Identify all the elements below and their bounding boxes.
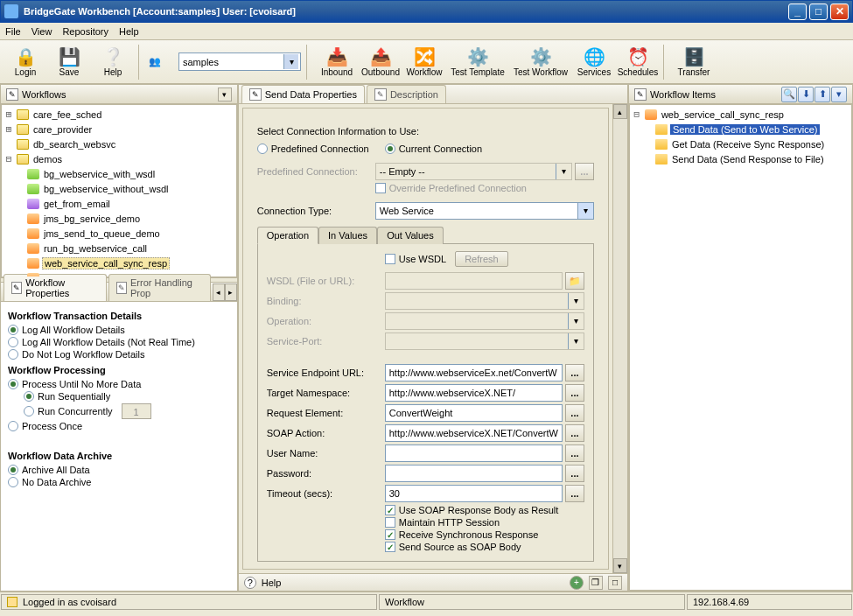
- password-input[interactable]: [385, 465, 563, 482]
- lock-icon: 🔒: [14, 46, 37, 67]
- tree-folder-demos[interactable]: ⊟demos: [3, 151, 234, 166]
- timeout-browse-button[interactable]: ...: [565, 485, 584, 502]
- workflows-tree[interactable]: ⊞care_fee_sched ⊞care_provider db_search…: [1, 104, 237, 277]
- radio-run-conc[interactable]: Run Concurrently1: [24, 403, 230, 419]
- targetns-browse-button[interactable]: ...: [565, 384, 584, 402]
- workflow-items-tree[interactable]: ⊟web_service_call_sync_resp Send Data (S…: [629, 104, 852, 591]
- checkbox-icon: [385, 505, 395, 515]
- radio-log-all[interactable]: Log All Workflow Details: [8, 325, 230, 335]
- scroll-up-icon[interactable]: ▴: [613, 104, 627, 119]
- tree-item[interactable]: get_from_email: [3, 196, 234, 211]
- recv-sync-check[interactable]: Receive Synchronous Response: [385, 529, 584, 540]
- login-button[interactable]: 🔒Login: [5, 43, 45, 81]
- concurrency-value[interactable]: 1: [122, 403, 151, 419]
- use-soap-body-check[interactable]: Use SOAP Response Body as Result: [385, 505, 584, 515]
- radio-run-seq[interactable]: Run Sequentially: [24, 391, 230, 402]
- separator: [663, 45, 668, 80]
- tree-folder[interactable]: ⊞care_fee_sched: [3, 107, 234, 122]
- radio-predefined-conn[interactable]: Predefined Connection: [257, 144, 369, 154]
- maximize-button[interactable]: □: [809, 4, 828, 20]
- compose-icon[interactable]: ✎: [6, 88, 18, 101]
- down-icon[interactable]: ⬇: [798, 87, 814, 102]
- outbound-icon: 📤: [369, 46, 392, 67]
- schedules-button[interactable]: ⏰Schedules: [618, 43, 658, 81]
- send-source-check[interactable]: Send Source as SOAP Body: [385, 542, 584, 552]
- menu-repository[interactable]: Repository: [62, 26, 108, 37]
- radio-archive-all[interactable]: Archive All Data: [8, 465, 230, 475]
- radio-current-conn[interactable]: Current Connection: [385, 144, 482, 154]
- endpoint-browse-button[interactable]: ...: [565, 364, 584, 382]
- use-wsdl-check[interactable]: Use WSDL: [385, 254, 446, 264]
- add-icon[interactable]: +: [570, 576, 584, 590]
- wf-item[interactable]: Get Data (Receive Sync Response): [632, 136, 850, 151]
- tree-item[interactable]: jms_send_to_queue_demo: [3, 226, 234, 241]
- menu-help[interactable]: Help: [119, 26, 139, 37]
- panel-menu-button[interactable]: ▾: [218, 88, 232, 102]
- soapaction-input[interactable]: http://www.webserviceX.NET/ConvertW: [385, 424, 563, 442]
- tab-out-values[interactable]: Out Values: [377, 227, 444, 244]
- tab-in-values[interactable]: In Values: [318, 227, 377, 244]
- outbound-button[interactable]: 📤Outbound: [360, 43, 401, 81]
- tree-folder[interactable]: ⊞care_provider: [3, 122, 234, 136]
- timeout-input[interactable]: 30: [385, 485, 563, 502]
- radio-no-archive[interactable]: No Data Archive: [8, 477, 230, 487]
- radio-until-no-more[interactable]: Process Until No More Data: [8, 379, 230, 389]
- tab-operation[interactable]: Operation: [257, 227, 318, 244]
- compose-icon: ✎: [634, 88, 647, 101]
- test-workflow-button[interactable]: ⚙️Test Workflow: [511, 43, 570, 81]
- save-button[interactable]: 💾Save: [49, 43, 89, 81]
- tab-workflow-properties[interactable]: ✎Workflow Properties: [3, 274, 107, 301]
- transfer-button[interactable]: 🗄️Transfer: [674, 43, 714, 81]
- account-combo[interactable]: samples: [178, 52, 301, 71]
- endpoint-input[interactable]: http://www.webserviceEx.net/ConvertW: [385, 364, 563, 382]
- tree-item[interactable]: bg_webservice_with_wsdl: [3, 166, 234, 181]
- wf-item[interactable]: Send Data (Send Response to File): [632, 151, 850, 166]
- tree-item[interactable]: jms_bg_service_demo: [3, 211, 234, 226]
- tree-item-selected[interactable]: web_service_call_sync_resp: [3, 256, 234, 270]
- radio-no-log[interactable]: Do Not Log Workflow Details: [8, 349, 230, 360]
- help-label[interactable]: Help: [262, 578, 282, 588]
- tree-item[interactable]: bg_webservice_without_wsdl: [3, 181, 234, 196]
- tab-scroll-left[interactable]: ◂: [213, 284, 225, 301]
- radio-log-nrt[interactable]: Log All Workflow Details (Not Real Time): [8, 337, 230, 347]
- scroll-down-icon[interactable]: ▾: [613, 558, 627, 573]
- minimize-button[interactable]: _: [788, 4, 807, 20]
- transfer-icon: 🗄️: [682, 46, 705, 67]
- clock-icon: ⏰: [626, 46, 649, 67]
- reqelem-input[interactable]: ConvertWeight: [385, 404, 563, 422]
- tab-description[interactable]: ✎Description: [367, 85, 446, 103]
- targetns-input[interactable]: http://www.webserviceX.NET/: [385, 384, 563, 402]
- find-icon[interactable]: 🔍: [781, 87, 797, 102]
- up-icon[interactable]: ⬆: [815, 87, 830, 102]
- help-button[interactable]: ❔Help: [93, 43, 133, 81]
- menu-view[interactable]: View: [31, 26, 52, 37]
- password-browse-button[interactable]: ...: [565, 465, 584, 482]
- maximize-panel-icon[interactable]: □: [608, 576, 622, 590]
- conn-type-select[interactable]: Web Service: [375, 202, 594, 220]
- wf-root[interactable]: ⊟web_service_call_sync_resp: [632, 107, 850, 122]
- tab-send-data-properties[interactable]: ✎Send Data Properties: [241, 85, 365, 103]
- tab-error-handling[interactable]: ✎Error Handling Prop: [108, 274, 211, 301]
- statusbar: Logged in as cvoisard Workflow 192.168.4…: [0, 592, 853, 611]
- username-input[interactable]: [385, 444, 563, 462]
- username-browse-button[interactable]: ...: [565, 444, 584, 462]
- soapaction-browse-button[interactable]: ...: [565, 424, 584, 442]
- tree-item[interactable]: run_bg_webservice_call: [3, 241, 234, 256]
- menu-file[interactable]: File: [5, 26, 21, 37]
- close-button[interactable]: ✕: [830, 4, 849, 20]
- services-button[interactable]: 🌐Services: [574, 43, 614, 81]
- wfitem-icon: [655, 139, 668, 150]
- maintain-http-check[interactable]: Maintain HTTP Session: [385, 517, 584, 528]
- reqelem-browse-button[interactable]: ...: [565, 404, 584, 422]
- inbound-button[interactable]: 📥Inbound: [317, 43, 357, 81]
- tab-scroll-right[interactable]: ▸: [225, 284, 237, 301]
- test-template-button[interactable]: ⚙️Test Template: [448, 43, 507, 81]
- radio-proc-once[interactable]: Process Once: [8, 421, 230, 431]
- tree-folder[interactable]: db_search_websvc: [3, 136, 234, 151]
- vertical-scrollbar[interactable]: ▴ ▾: [612, 104, 627, 573]
- wf-item-selected[interactable]: Send Data (Send to Web Service): [632, 122, 850, 136]
- workflow-button[interactable]: 🔀Workflow: [404, 43, 444, 81]
- restore-icon[interactable]: ❐: [589, 576, 603, 590]
- globe-icon: 🌐: [583, 46, 605, 67]
- menu-icon[interactable]: ▾: [831, 87, 847, 102]
